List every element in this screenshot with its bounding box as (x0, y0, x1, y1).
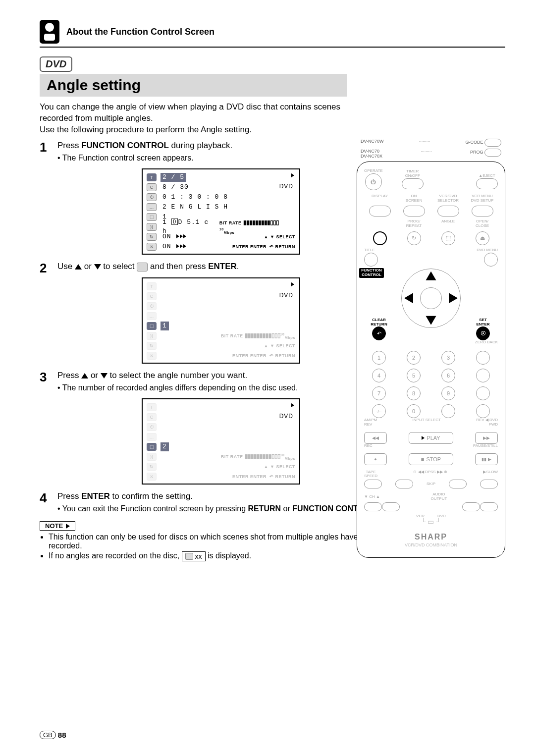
osd-screen-2: DVD T C ⏱ … ⬚1 )) BIT RATE ▮▮▮▮▮▮▮▮▮▯▯▯1… (142, 277, 300, 364)
rev-button[interactable]: ◀◀ (364, 432, 387, 444)
step-number: 4 (40, 490, 57, 504)
step-number: 1 (40, 140, 57, 154)
osd-dvd-label: DVD (279, 291, 293, 300)
audio-icon: )) (147, 223, 157, 231)
chapter-icon: C (147, 292, 157, 300)
inputselect-button[interactable] (476, 386, 490, 400)
zeroback-button[interactable] (476, 351, 490, 365)
tapespeed-label: TAPE SPEED (364, 470, 377, 479)
osd-screen-1: DVD T2 / 5 C8 / 30 ⏱0 1 : 3 0 : 0 8 …2 E… (142, 168, 300, 255)
angle-button[interactable]: ⬚ (441, 231, 455, 245)
repeat-icon: ↻ (147, 463, 157, 471)
osd-repeat-value: ON (160, 232, 173, 241)
ch-down-button[interactable] (364, 502, 382, 511)
function-control-button[interactable] (373, 231, 387, 245)
note-1: This function can only be used for discs… (49, 533, 396, 550)
brand-label: SHARP (364, 533, 498, 541)
title-icon: T (147, 173, 157, 181)
header-title: About the Function Control Screen (66, 27, 214, 37)
ampm-button[interactable]: -/-- (372, 404, 386, 418)
down-arrow-icon (94, 264, 101, 270)
title-icon: T (147, 282, 157, 290)
rec-button[interactable]: ● (364, 453, 387, 465)
onscreen-button[interactable] (403, 206, 425, 216)
note2-a: If no angles are recorded on the disc, (49, 551, 182, 560)
vcrmenu-button[interactable] (472, 206, 493, 216)
pause-button[interactable]: ▮▮ ▶ (475, 453, 498, 465)
openclose-label: OPEN/ CLOSE (476, 219, 489, 228)
title-button[interactable] (364, 253, 378, 267)
inputsel-label: INPUT SELECT (413, 418, 441, 423)
bitrate-unit: Mbps (284, 335, 295, 339)
step-number: 2 (40, 261, 57, 274)
step1-text-c: during playback. (169, 141, 233, 150)
osd-dvd-label: DVD (279, 182, 293, 191)
num-1-button[interactable]: 1 (372, 351, 386, 365)
timer-button[interactable] (402, 178, 424, 189)
num-7-button[interactable]: 7 (372, 386, 386, 400)
dpad (401, 269, 461, 328)
eject-button[interactable] (476, 178, 498, 189)
vcrdvd-label: VCR/DVD SELECTOR (437, 194, 459, 203)
dvdmenu-button[interactable] (484, 253, 498, 267)
title-label: TITLE (364, 248, 375, 253)
audio-output-button[interactable] (462, 502, 480, 511)
step2-e: ENTER (208, 262, 237, 271)
revdvd-button[interactable] (476, 404, 490, 418)
up-pill-icon: ▲ (264, 343, 268, 348)
osd-dvd-label: DVD (279, 412, 293, 421)
skip-next-button[interactable] (449, 480, 467, 488)
onscreen-label: ON SCREEN (406, 194, 422, 203)
audio-icon: )) (147, 332, 157, 340)
page-footer: GB 88 (40, 731, 66, 739)
select-label: SELECT (276, 464, 295, 469)
note2-b: xx (195, 552, 202, 560)
up-pill-icon: ▲ (264, 464, 268, 469)
skipsearch-button[interactable] (476, 369, 490, 382)
enter-pill: ENTER (232, 244, 249, 249)
man-icon (40, 20, 59, 44)
num-2-button[interactable]: 2 (407, 351, 421, 365)
prog-lbl: PROG (470, 150, 483, 155)
progrepeat-button[interactable]: ↻ (407, 231, 421, 245)
num-9-button[interactable]: 9 (441, 386, 455, 400)
stop-button[interactable]: ■ STOP (409, 453, 453, 465)
zeroback-label: ZERO BACK (364, 340, 498, 345)
header-bar: About the Function Control Screen (40, 20, 505, 48)
fwd-label: FWD (489, 423, 498, 427)
num-4-button[interactable]: 4 (372, 369, 386, 382)
num-3-button[interactable]: 3 (441, 351, 455, 365)
skip-prev-button[interactable] (395, 480, 413, 488)
intro-line-2: Use the following procedure to perform t… (40, 125, 252, 134)
clear-return-button[interactable]: ↶ (372, 326, 386, 340)
select-label: SELECT (276, 343, 295, 348)
audio-label: AUDIO OUTPUT (430, 492, 447, 501)
tapespeed-button[interactable] (364, 480, 382, 488)
extra-button[interactable] (480, 502, 498, 511)
bitrate-bars-icon: ▮▮▮▮▮▮▮▮▮▯▯▯ (243, 219, 279, 226)
num-0-button[interactable]: 0 (407, 404, 421, 418)
model-lbl-1: DV-NC70W (361, 139, 384, 147)
dpad-center-button[interactable] (420, 287, 442, 309)
operate-button[interactable]: ⏻ (365, 173, 382, 190)
down-pill-icon: ▼ (270, 343, 274, 348)
display-button[interactable] (369, 206, 391, 216)
openclose-button[interactable]: ⏏ (476, 231, 489, 245)
play-button[interactable]: PLAY (409, 432, 453, 444)
random-icon: ⤭ (147, 473, 157, 481)
subtitle-icon: … (147, 203, 157, 211)
title-icon: T (147, 403, 157, 411)
num-8-button[interactable]: 8 (407, 386, 421, 400)
angle-icon (137, 263, 148, 271)
chapter-icon: C (147, 183, 157, 191)
num-5-button[interactable]: 5 (407, 369, 421, 382)
timer-label: TIMER ON/OFF (402, 169, 424, 178)
ch-up-button[interactable] (382, 502, 400, 511)
blank-button[interactable] (441, 404, 455, 418)
dvd-badge: DVD (40, 56, 72, 72)
fwd-button[interactable]: ▶▶ (475, 432, 498, 444)
set-enter-button[interactable]: ⦿ (476, 326, 490, 340)
slow-button[interactable] (480, 480, 498, 488)
vcrdvd-button[interactable] (437, 206, 459, 216)
num-6-button[interactable]: 6 (441, 369, 455, 382)
